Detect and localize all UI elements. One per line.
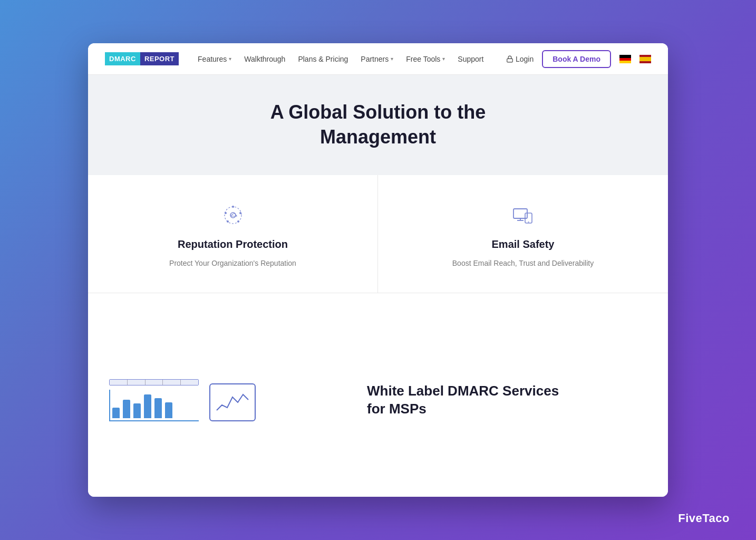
chevron-down-icon: ▾ [391, 56, 393, 62]
chevron-down-icon: ▾ [442, 56, 445, 62]
bottom-text: White Label DMARC Services for MSPs [351, 382, 647, 418]
svg-rect-4 [639, 55, 651, 57]
svg-rect-5 [639, 57, 651, 61]
nav-features[interactable]: Features ▾ [198, 55, 231, 63]
svg-rect-6 [639, 61, 651, 63]
svg-point-9 [232, 206, 234, 208]
logo[interactable]: DMARC REPORT [105, 52, 179, 65]
devices-icon [508, 200, 538, 230]
feature-email-safety-title: Email Safety [492, 238, 555, 250]
nav-walkthrough[interactable]: Walkthrough [244, 55, 285, 63]
feature-email-safety: Email Safety Boost Email Reach, Trust an… [378, 175, 668, 293]
nav-right: Login Book A Demo [506, 50, 651, 68]
svg-point-13 [225, 212, 227, 214]
bar-2 [123, 400, 130, 418]
nav-support[interactable]: Support [458, 55, 483, 63]
bar-1 [112, 408, 120, 418]
bottom-visuals [109, 379, 351, 421]
nav-plans[interactable]: Plans & Pricing [298, 55, 348, 63]
bar-5 [154, 398, 162, 418]
fivetaco-watermark: FiveTaco [678, 512, 730, 525]
bar-6 [165, 402, 172, 418]
logo-report: REPORT [140, 52, 179, 65]
nav-partners[interactable]: Partners ▾ [361, 55, 393, 63]
flag-german[interactable] [619, 55, 631, 63]
svg-rect-3 [619, 61, 631, 63]
feature-email-safety-desc: Boost Email Reach, Trust and Deliverabil… [452, 259, 594, 267]
flag-spanish[interactable] [639, 55, 651, 63]
feature-reputation-title: Reputation Protection [178, 238, 288, 250]
login-button[interactable]: Login [506, 55, 534, 63]
svg-point-10 [239, 212, 241, 214]
book-demo-button[interactable]: Book A Demo [542, 50, 611, 68]
nav-free-tools[interactable]: Free Tools ▾ [406, 55, 445, 63]
browser-window: DMARC REPORT Features ▾ Walkthrough Plan… [88, 43, 668, 497]
bottom-section: White Label DMARC Services for MSPs [88, 293, 668, 497]
graph-card [209, 383, 256, 421]
navbar: DMARC REPORT Features ▾ Walkthrough Plan… [88, 43, 668, 75]
svg-rect-2 [619, 58, 631, 61]
logo-dmarc: DMARC [105, 52, 140, 65]
svg-point-11 [237, 220, 239, 223]
nav-links: Features ▾ Walkthrough Plans & Pricing P… [198, 55, 491, 63]
svg-point-12 [227, 220, 229, 223]
lock-icon [506, 55, 513, 63]
feature-reputation: Reputation Protection Protect Your Organ… [88, 175, 378, 293]
svg-rect-0 [507, 59, 513, 62]
features-grid: Reputation Protection Protect Your Organ… [88, 175, 668, 293]
svg-point-18 [528, 221, 529, 223]
feature-reputation-desc: Protect Your Organization's Reputation [169, 259, 296, 267]
chevron-down-icon: ▾ [229, 56, 231, 62]
features-section: Reputation Protection Protect Your Organ… [88, 175, 668, 497]
bar-4 [144, 394, 151, 418]
shield-network-icon [218, 200, 248, 230]
svg-rect-1 [619, 55, 631, 58]
bar-3 [133, 403, 141, 418]
bottom-title: White Label DMARC Services for MSPs [367, 382, 647, 418]
hero-title: A Global Solution to the Management [105, 100, 651, 150]
hero-section: A Global Solution to the Management [88, 75, 668, 175]
